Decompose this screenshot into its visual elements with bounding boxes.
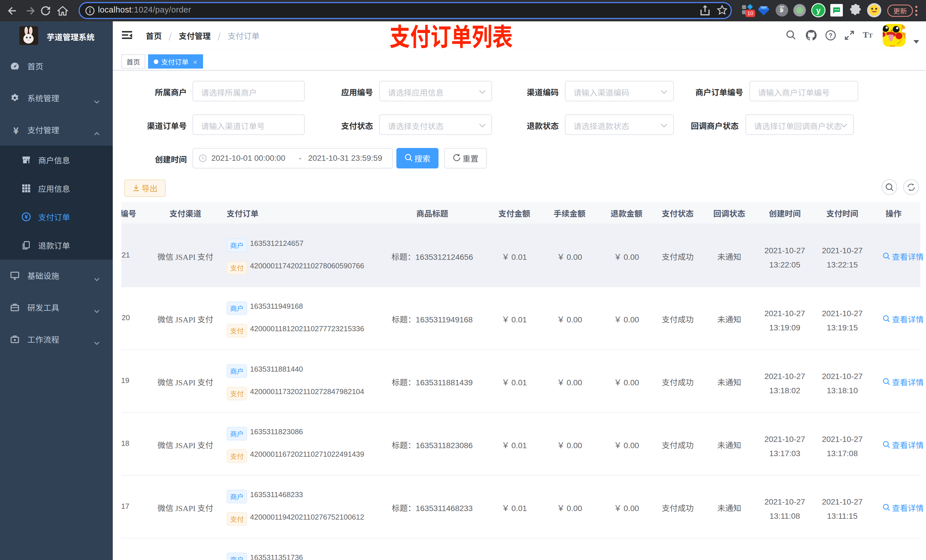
svg-text:?: ? (829, 32, 832, 39)
svg-text:¥: ¥ (24, 213, 27, 220)
svg-text:y: y (816, 6, 820, 15)
